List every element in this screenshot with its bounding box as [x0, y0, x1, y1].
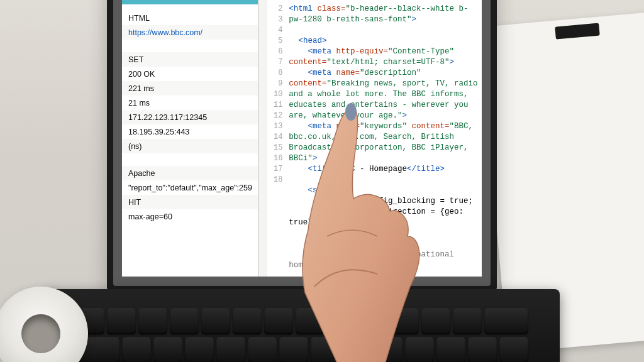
- response-rows: HTMLhttps://www.bbc.com/SET200 OK221 ms2…: [122, 4, 258, 224]
- line-number: 4: [267, 25, 282, 36]
- response-row[interactable]: max-age=60: [122, 209, 258, 224]
- line-number: 6: [267, 47, 282, 57]
- code-token: <meta: [289, 272, 331, 277]
- response-row[interactable]: HIT: [122, 195, 258, 209]
- line-number: 3: [267, 14, 282, 25]
- code-token: BBC - Homepage: [341, 165, 407, 173]
- response-info-panel[interactable]: Значение HTMLhttps://www.bbc.com/SET200 …: [122, 0, 258, 277]
- response-row[interactable]: 200 OK: [122, 67, 258, 81]
- code-token: <meta: [289, 69, 331, 77]
- code-token: >: [449, 58, 454, 67]
- line-number: 9: [267, 79, 282, 89]
- response-row[interactable]: 21 ms: [122, 96, 258, 110]
- code-token: <script>: [289, 186, 345, 195]
- response-row[interactable]: 18.195.39.25:443: [122, 124, 258, 139]
- response-row[interactable]: HTML: [122, 11, 258, 25]
- code-token: "description": [360, 69, 421, 77]
- code-token: "keywords": [360, 122, 407, 131]
- line-number: 8: [267, 68, 282, 79]
- response-row[interactable]: https://www.bbc.com/: [122, 25, 258, 40]
- keyboard: [44, 289, 560, 362]
- line-number-gutter: 123456789101112131415161718: [267, 0, 286, 277]
- line-number: 2: [267, 4, 282, 14]
- response-row[interactable]: SET: [122, 52, 258, 67]
- response-row[interactable]: "report_to":"default","max_age":259: [122, 180, 258, 195]
- code-token: >: [313, 154, 318, 163]
- code-token: class=: [313, 4, 346, 13]
- response-row[interactable]: 171.22.123.117:12345: [122, 110, 258, 124]
- code-token: "fb:: [379, 272, 397, 277]
- code-token: content=: [407, 122, 450, 131]
- devtools-window: Значение HTMLhttps://www.bbc.com/SET200 …: [122, 0, 482, 277]
- code-token: >: [411, 15, 416, 24]
- code-token: <!DOCTYPE html>: [289, 0, 360, 3]
- tablet-frame: Значение HTMLhttps://www.bbc.com/SET200 …: [107, 0, 497, 292]
- code-token: <title>: [289, 165, 341, 173]
- code-token: property=: [331, 272, 379, 277]
- line-number: 13: [267, 121, 282, 132]
- line-number: 12: [267, 111, 282, 121]
- source-code-view[interactable]: <!DOCTYPE html> <html class="b-header--b…: [286, 0, 482, 277]
- code-token: <head>: [298, 36, 326, 45]
- code-token: >: [402, 111, 407, 120]
- code-token: window.orb_fig_blocking = true;: [289, 197, 473, 206]
- code-token: </script>: [289, 229, 350, 238]
- response-row[interactable]: [122, 153, 258, 166]
- code-token: http-equiv=: [331, 47, 388, 56]
- line-number: 11: [267, 100, 282, 111]
- line-number: 10: [267, 89, 282, 100]
- clipboard-clip: [555, 23, 599, 40]
- line-number: 17: [267, 164, 282, 175]
- column-header-value: Значение: [122, 0, 258, 4]
- code-token: "text/html; charset=UTF-8": [326, 58, 449, 67]
- code-token: <!-- Webapp: WWHP international homepage…: [289, 250, 458, 270]
- response-row[interactable]: 221 ms: [122, 81, 258, 96]
- line-number: 15: [267, 143, 282, 153]
- code-token: name=: [331, 122, 360, 131]
- line-number: 18: [267, 175, 282, 185]
- response-row[interactable]: (ns): [122, 139, 258, 153]
- line-number: 5: [267, 36, 282, 47]
- response-row[interactable]: Apache: [122, 166, 258, 180]
- sidebar-scrollbar[interactable]: [258, 0, 267, 277]
- response-row[interactable]: [122, 40, 258, 52]
- column-header-text: Значение: [218, 0, 252, 2]
- code-token: <meta: [289, 122, 331, 131]
- line-number: 16: [267, 153, 282, 164]
- code-token: </title>: [407, 165, 445, 173]
- code-token: <meta: [289, 47, 331, 56]
- line-number: 7: [267, 57, 282, 68]
- code-token: name=: [331, 69, 360, 77]
- code-token: "Content-Type": [388, 47, 454, 56]
- code-token: <html: [289, 4, 313, 13]
- line-number: 14: [267, 132, 282, 143]
- code-token: window.bbcredirection = {geo: true};: [289, 207, 468, 227]
